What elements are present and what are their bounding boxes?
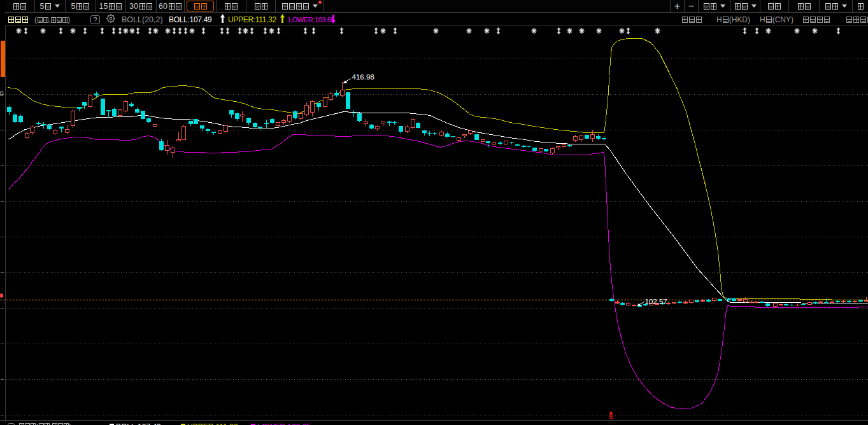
svg-text:102.57: 102.57: [645, 298, 667, 305]
svg-text:0: 0: [0, 90, 4, 97]
svg-text:416.98: 416.98: [352, 73, 374, 81]
svg-text:S: S: [609, 414, 613, 421]
